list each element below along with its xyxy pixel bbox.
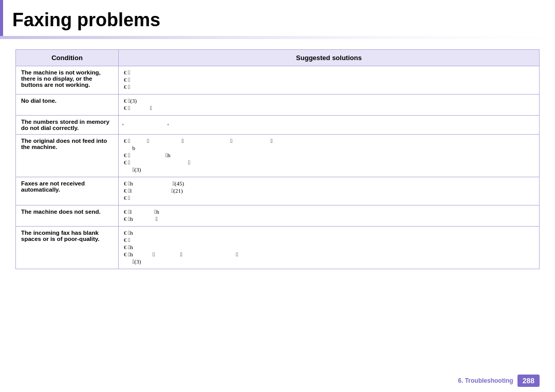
table-row: Faxes are not received automatically. € … [16, 177, 540, 206]
table-row: The machine does not send. € 𝆀l 𝆀h € 𝆀h … [16, 206, 540, 227]
table-row: The original does not feed into the mach… [16, 135, 540, 177]
table-row: The numbers stored in memory do not dial… [16, 116, 540, 135]
faxing-problems-table: Condition Suggested solutions The machin… [15, 49, 540, 269]
solution-cell: € 𝆀 𝆀 𝆀 𝆀 𝆀 b € 𝆀 𝆀h € 𝆀 [119, 135, 540, 177]
solution-cell: € 𝆀(3) € 𝆀 𝆀 [119, 95, 540, 116]
condition-cell: No dial tone. [16, 95, 119, 116]
footer: 6. Troubleshooting 288 [458, 375, 540, 387]
table-row: No dial tone. € 𝆀(3) € 𝆀 𝆀 [16, 95, 540, 116]
table-row: The incoming fax has blank spaces or is … [16, 227, 540, 269]
footer-page-number: 288 [517, 375, 540, 387]
solution-cell: € 𝆀h € 𝆀 € 𝆀h € 𝆀h 𝆀 𝆀 𝆀 𝆀(3) [119, 227, 540, 269]
condition-cell: The original does not feed into the mach… [16, 135, 119, 177]
condition-cell: The incoming fax has blank spaces or is … [16, 227, 119, 269]
main-content: Condition Suggested solutions The machin… [0, 44, 555, 300]
table-row: The machine is not working, there is no … [16, 66, 540, 95]
page-title: Faxing problems [0, 0, 555, 36]
condition-cell: The machine is not working, there is no … [16, 66, 119, 95]
condition-cell: Faxes are not received automatically. [16, 177, 119, 206]
condition-cell: The machine does not send. [16, 206, 119, 227]
solution-cell: € 𝆀 € 𝆀 € 𝆀 [119, 66, 540, 95]
solution-cell: € 𝆀l 𝆀h € 𝆀h 𝆀 [119, 206, 540, 227]
condition-cell: The numbers stored in memory do not dial… [16, 116, 119, 135]
footer-section-label: 6. Troubleshooting [458, 377, 513, 384]
header-solutions: Suggested solutions [119, 50, 540, 66]
divider-bar [0, 36, 555, 39]
solution-cell: 𝆀 𝆀 [119, 116, 540, 135]
header-condition: Condition [16, 50, 119, 66]
solution-cell: € 𝆀h 𝆀(45) € 𝆀l 𝆀(21) € 𝆀 [119, 177, 540, 206]
